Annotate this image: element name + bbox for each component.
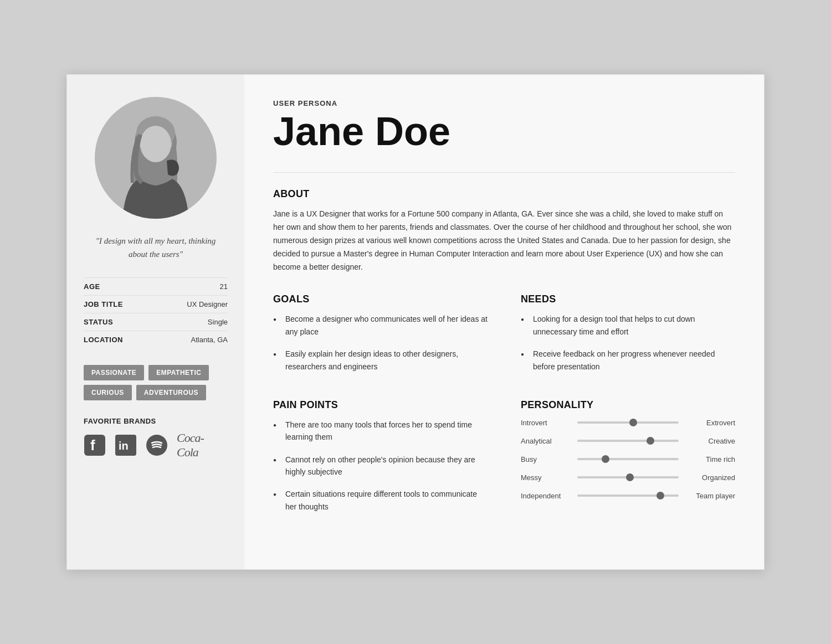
svg-point-4 <box>140 126 171 162</box>
personality-title: PERSONALITY <box>521 399 735 411</box>
slider-label-left: Introvert <box>521 419 571 427</box>
info-row: LOCATION Atlanta, GA <box>84 331 228 348</box>
slider-label-right: Creative <box>685 437 735 445</box>
info-value: Single <box>208 318 228 326</box>
info-label: AGE <box>84 282 100 291</box>
avatar <box>95 97 217 219</box>
list-item: There are too many tools that forces her… <box>273 419 488 444</box>
personality-tag: EMPATHETIC <box>148 365 209 380</box>
slider-label-right: Team player <box>685 492 735 500</box>
slider-label-left: Independent <box>521 492 571 500</box>
slider-label-left: Busy <box>521 455 571 463</box>
list-item: Certain situations require different too… <box>273 488 488 513</box>
list-item: Cannot rely on other people's opinion be… <box>273 454 488 478</box>
info-value: Atlanta, GA <box>191 336 228 344</box>
slider-label-left: Analytical <box>521 437 571 445</box>
about-title: ABOUT <box>273 188 735 200</box>
persona-label: USER PERSONA <box>273 99 735 107</box>
about-section: ABOUT Jane is a UX Designer that works f… <box>273 188 735 274</box>
slider-row: BusyTime rich <box>521 455 735 463</box>
personality-sliders: IntrovertExtrovertAnalyticalCreativeBusy… <box>521 419 735 500</box>
info-row: JOB TITLE UX Designer <box>84 295 228 313</box>
needs-title: NEEDS <box>521 293 735 305</box>
slider-thumb <box>629 419 637 426</box>
info-table: AGE 21 JOB TITLE UX Designer STATUS Sing… <box>84 277 228 348</box>
slider-row: IntrovertExtrovert <box>521 419 735 427</box>
slider-label-left: Messy <box>521 473 571 482</box>
slider-label-right: Extrovert <box>685 419 735 427</box>
goals-column: GOALS Become a designer who communicates… <box>273 293 488 383</box>
needs-column: NEEDS Looking for a design tool that hel… <box>521 293 735 383</box>
list-item: Become a designer who communicates well … <box>273 313 488 338</box>
main-content: USER PERSONA Jane Doe ABOUT Jane is a UX… <box>244 75 764 569</box>
personality-tag: CURIOUS <box>84 385 132 400</box>
brands-icons: f in <box>84 434 228 456</box>
personality-tag: PASSIONATE <box>84 365 144 380</box>
list-item: Receive feedback on her progress wheneve… <box>521 348 735 373</box>
brands-title: FAVORITE BRANDS <box>84 417 228 425</box>
persona-quote: "I design with all my heart, thinking ab… <box>84 234 228 261</box>
slider-thumb <box>602 455 609 463</box>
goals-title: GOALS <box>273 293 488 305</box>
personality-column: PERSONALITY IntrovertExtrovertAnalytical… <box>521 399 735 528</box>
svg-text:f: f <box>90 437 95 454</box>
linkedin-icon: in <box>115 434 137 456</box>
persona-card: "I design with all my heart, thinking ab… <box>66 74 765 570</box>
slider-track <box>577 476 679 478</box>
list-item: Looking for a design tool that helps to … <box>521 313 735 338</box>
goals-list: Become a designer who communicates well … <box>273 313 488 373</box>
slider-thumb <box>626 473 634 481</box>
spotify-icon <box>146 434 168 456</box>
info-value: 21 <box>220 282 228 291</box>
info-row: AGE 21 <box>84 277 228 295</box>
info-row: STATUS Single <box>84 313 228 331</box>
persona-name: Jane Doe <box>273 111 735 153</box>
slider-row: IndependentTeam player <box>521 492 735 500</box>
pain-points-column: PAIN POINTS There are too many tools tha… <box>273 399 488 523</box>
pain-personality-row: PAIN POINTS There are too many tools tha… <box>273 399 735 528</box>
pain-points-list: There are too many tools that forces her… <box>273 419 488 513</box>
slider-track <box>577 458 679 460</box>
about-text: Jane is a UX Designer that works for a F… <box>273 208 735 274</box>
brands-section: FAVORITE BRANDS f in <box>84 417 228 456</box>
needs-list: Looking for a design tool that helps to … <box>521 313 735 373</box>
svg-text:in: in <box>119 440 129 452</box>
slider-thumb <box>647 437 654 445</box>
list-item: Easily explain her design ideas to other… <box>273 348 488 373</box>
sidebar: "I design with all my heart, thinking ab… <box>67 75 244 569</box>
slider-label-right: Organized <box>685 473 735 482</box>
slider-row: MessyOrganized <box>521 473 735 482</box>
info-value: UX Designer <box>187 300 228 308</box>
personality-tag: ADVENTUROUS <box>136 385 206 400</box>
slider-thumb <box>656 492 664 499</box>
cocacola-icon: Coca-Cola <box>177 434 221 456</box>
facebook-icon: f <box>84 434 106 456</box>
goals-needs-row: GOALS Become a designer who communicates… <box>273 293 735 383</box>
slider-row: AnalyticalCreative <box>521 437 735 445</box>
pain-points-title: PAIN POINTS <box>273 399 488 411</box>
cocacola-text: Coca-Cola <box>177 431 221 460</box>
personality-tags: PASSIONATEEMPATHETICCURIOUSADVENTUROUS <box>84 365 228 400</box>
slider-track <box>577 494 679 497</box>
slider-track <box>577 421 679 424</box>
slider-label-right: Time rich <box>685 455 735 463</box>
slider-track <box>577 440 679 442</box>
svg-point-9 <box>146 435 167 456</box>
info-label: JOB TITLE <box>84 300 123 308</box>
info-label: STATUS <box>84 318 113 326</box>
info-label: LOCATION <box>84 336 123 344</box>
